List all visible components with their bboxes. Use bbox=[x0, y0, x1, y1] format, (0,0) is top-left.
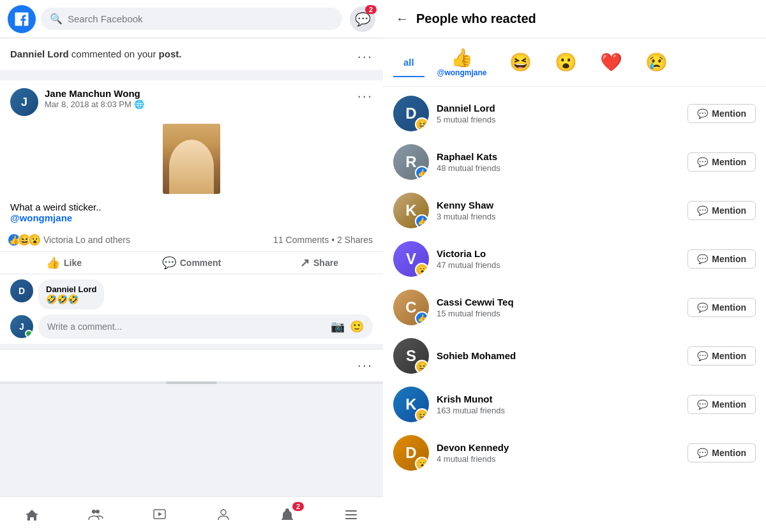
comment-button[interactable]: 💬 Comment bbox=[128, 252, 255, 274]
person-name-6[interactable]: Krish Munot bbox=[437, 394, 680, 404]
comments-section: D Danniel Lord 🤣🤣🤣 J � bbox=[0, 274, 383, 344]
bottom-more-button[interactable]: ··· bbox=[357, 357, 373, 374]
messenger-badge: 2 bbox=[365, 5, 377, 14]
person-row: K 😆 Krish Munot 163 mutual friends 💬 Men… bbox=[383, 380, 766, 429]
person-info-0: Danniel Lord 5 mutual friends bbox=[437, 103, 680, 124]
current-user-avatar: J bbox=[10, 315, 33, 338]
comments-shares[interactable]: 11 Comments • 2 Shares bbox=[273, 235, 373, 245]
mention-button-6[interactable]: 💬 Mention bbox=[687, 395, 756, 414]
mention-button-3[interactable]: 💬 Mention bbox=[687, 249, 756, 269]
nav-menu[interactable] bbox=[336, 503, 366, 526]
people-list: D 😆 Danniel Lord 5 mutual friends 💬 Ment… bbox=[383, 87, 766, 532]
messenger-button[interactable]: 💬 2 bbox=[350, 6, 375, 32]
person-mutual-6: 163 mutual friends bbox=[437, 406, 680, 415]
person-name-3[interactable]: Victoria Lo bbox=[437, 248, 680, 259]
person-avatar-6[interactable]: K 😆 bbox=[393, 387, 429, 422]
reaction-badge-4: 👍 bbox=[415, 311, 429, 325]
person-name-0[interactable]: Danniel Lord bbox=[437, 103, 680, 114]
back-button[interactable]: ← bbox=[396, 11, 409, 26]
person-mutual-0: 5 mutual friends bbox=[437, 115, 680, 124]
person-avatar-4[interactable]: C 👍 bbox=[393, 290, 429, 325]
notification-more-button[interactable]: ··· bbox=[357, 48, 373, 65]
tab-heart[interactable]: ❤️ bbox=[590, 48, 633, 77]
person-avatar-0[interactable]: D 😆 bbox=[393, 96, 429, 131]
comment-author-avatar: D bbox=[10, 279, 33, 302]
mention-icon-1: 💬 bbox=[697, 157, 708, 167]
person-name-4[interactable]: Cassi Cewwi Teq bbox=[437, 297, 680, 307]
mention-button-4[interactable]: 💬 Mention bbox=[687, 298, 756, 317]
mention-icon-0: 💬 bbox=[697, 108, 708, 119]
person-name-1[interactable]: Raphael Kats bbox=[437, 151, 680, 162]
nav-home[interactable] bbox=[17, 503, 47, 526]
person-avatar-3[interactable]: V 😮 bbox=[393, 241, 429, 277]
nav-watch[interactable] bbox=[144, 503, 175, 526]
tab-wow[interactable]: 😮 bbox=[544, 48, 587, 77]
person-row: S 😆 Sohieb Mohamed 💬 Mention bbox=[383, 332, 766, 380]
post-image bbox=[163, 124, 220, 194]
right-header: ← People who reacted bbox=[383, 0, 766, 38]
notification-bar: ··· Danniel Lord commented on your post. bbox=[0, 38, 383, 75]
post-author-name[interactable]: Jane Manchun Wong bbox=[45, 88, 357, 99]
camera-icon[interactable]: 📷 bbox=[331, 320, 345, 334]
person-avatar-1[interactable]: R 👍 bbox=[393, 144, 429, 180]
comment-input-wrap[interactable]: 📷 🙂 bbox=[38, 314, 373, 339]
tab-all[interactable]: all bbox=[393, 53, 424, 71]
search-icon: 🔍 bbox=[50, 13, 63, 25]
like-icon: 👍 bbox=[46, 256, 60, 270]
nav-profile[interactable] bbox=[208, 503, 239, 526]
mention-icon-5: 💬 bbox=[697, 351, 708, 361]
person-avatar-2[interactable]: K 👍 bbox=[393, 193, 429, 228]
tab-like[interactable]: 👍 @wongmjane bbox=[427, 43, 497, 81]
emoji-icon[interactable]: 🙂 bbox=[350, 320, 364, 334]
share-icon: ↗ bbox=[300, 256, 310, 270]
like-button[interactable]: 👍 Like bbox=[0, 252, 128, 274]
right-panel: ← People who reacted all 👍 @wongmjane 😆 … bbox=[383, 0, 766, 532]
post-more-button[interactable]: ··· bbox=[357, 88, 373, 105]
svg-rect-7 bbox=[345, 514, 357, 515]
nav-notifications[interactable]: 2 bbox=[272, 503, 303, 526]
reaction-badge-1: 👍 bbox=[415, 166, 429, 180]
mention-icon-2: 💬 bbox=[697, 205, 708, 216]
comment-input[interactable] bbox=[47, 321, 331, 332]
reaction-badge-3: 😮 bbox=[415, 263, 429, 277]
person-name-7[interactable]: Devon Kennedy bbox=[437, 442, 680, 453]
person-row: D 😮 Devon Kennedy 4 mutual friends 💬 Men… bbox=[383, 429, 766, 477]
mention-icon-3: 💬 bbox=[697, 254, 708, 264]
globe-icon: 🌐 bbox=[134, 100, 144, 109]
svg-point-1 bbox=[92, 510, 96, 514]
mention-button-2[interactable]: 💬 Mention bbox=[687, 201, 756, 220]
post-mention[interactable]: @wongmjane bbox=[10, 212, 72, 223]
comment-input-icons: 📷 🙂 bbox=[331, 320, 364, 334]
post-card: J Jane Manchun Wong Mar 8, 2018 at 8:03 … bbox=[0, 80, 383, 344]
tab-sad[interactable]: 😢 bbox=[635, 48, 678, 77]
person-avatar-5[interactable]: S 😆 bbox=[393, 338, 429, 374]
mention-button-0[interactable]: 💬 Mention bbox=[687, 104, 756, 123]
reaction-tabs: all 👍 @wongmjane 😆 😮 ❤️ 😢 bbox=[383, 38, 766, 87]
mention-button-7[interactable]: 💬 Mention bbox=[687, 443, 756, 462]
comment-author-name: Danniel Lord bbox=[46, 284, 96, 294]
mention-button-5[interactable]: 💬 Mention bbox=[687, 346, 756, 366]
person-mutual-2: 3 mutual friends bbox=[437, 212, 680, 221]
person-row: K 👍 Kenny Shaw 3 mutual friends 💬 Mentio… bbox=[383, 186, 766, 235]
svg-point-5 bbox=[221, 510, 226, 515]
reaction-summary[interactable]: 👍 😆 😮 Victoria Lo and others bbox=[10, 233, 130, 246]
person-avatar-7[interactable]: D 😮 bbox=[393, 435, 429, 471]
share-button[interactable]: ↗ Share bbox=[255, 252, 383, 274]
person-info-2: Kenny Shaw 3 mutual friends bbox=[437, 200, 680, 221]
tab-haha[interactable]: 😆 bbox=[499, 48, 542, 77]
person-info-3: Victoria Lo 47 mutual friends bbox=[437, 248, 680, 270]
svg-point-2 bbox=[96, 510, 100, 514]
post-author-avatar[interactable]: J bbox=[10, 88, 38, 116]
person-name-5[interactable]: Sohieb Mohamed bbox=[437, 350, 680, 361]
post-time: Mar 8, 2018 at 8:03 PM 🌐 bbox=[45, 100, 357, 109]
mention-icon-6: 💬 bbox=[697, 399, 708, 410]
post-text: What a weird sticker.. @wongmjane bbox=[10, 196, 373, 226]
search-box[interactable]: 🔍 bbox=[41, 8, 342, 30]
facebook-logo bbox=[8, 5, 36, 33]
svg-rect-8 bbox=[345, 518, 357, 519]
mention-button-1[interactable]: 💬 Mention bbox=[687, 152, 756, 172]
reaction-badge-0: 😆 bbox=[415, 117, 429, 131]
person-name-2[interactable]: Kenny Shaw bbox=[437, 200, 680, 211]
nav-friends[interactable] bbox=[80, 503, 111, 526]
search-input[interactable] bbox=[68, 13, 333, 24]
